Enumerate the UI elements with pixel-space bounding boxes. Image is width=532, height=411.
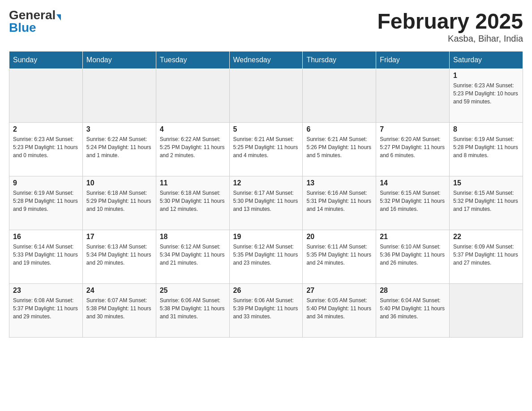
logo-text: General: [9, 9, 61, 21]
calendar-cell: 11Sunrise: 6:18 AM Sunset: 5:30 PM Dayli…: [156, 176, 229, 230]
day-info: Sunrise: 6:19 AM Sunset: 5:28 PM Dayligh…: [453, 135, 519, 159]
calendar-cell: 1Sunrise: 6:23 AM Sunset: 5:23 PM Daylig…: [450, 69, 523, 123]
page-header: General Blue February 2025 Kasba, Bihar,…: [9, 9, 523, 44]
day-number: 21: [380, 233, 446, 241]
calendar-cell: 24Sunrise: 6:07 AM Sunset: 5:38 PM Dayli…: [82, 284, 156, 338]
calendar-cell: 23Sunrise: 6:08 AM Sunset: 5:37 PM Dayli…: [9, 284, 83, 338]
day-info: Sunrise: 6:08 AM Sunset: 5:37 PM Dayligh…: [13, 296, 79, 321]
day-info: Sunrise: 6:07 AM Sunset: 5:38 PM Dayligh…: [86, 296, 152, 321]
day-info: Sunrise: 6:09 AM Sunset: 5:37 PM Dayligh…: [453, 243, 519, 267]
day-info: Sunrise: 6:04 AM Sunset: 5:40 PM Dayligh…: [380, 296, 446, 321]
calendar-cell: 16Sunrise: 6:14 AM Sunset: 5:33 PM Dayli…: [9, 230, 83, 284]
day-number: 20: [306, 233, 372, 241]
day-info: Sunrise: 6:06 AM Sunset: 5:38 PM Dayligh…: [160, 296, 226, 321]
day-info: Sunrise: 6:22 AM Sunset: 5:25 PM Dayligh…: [160, 135, 226, 159]
day-info: Sunrise: 6:16 AM Sunset: 5:31 PM Dayligh…: [306, 189, 372, 213]
calendar-cell: 15Sunrise: 6:15 AM Sunset: 5:32 PM Dayli…: [450, 176, 523, 230]
day-number: 4: [160, 125, 226, 133]
day-number: 3: [86, 125, 152, 133]
day-info: Sunrise: 6:06 AM Sunset: 5:39 PM Dayligh…: [233, 296, 299, 321]
logo-arrow-icon: [56, 14, 61, 21]
calendar-cell: [376, 69, 450, 123]
header-friday: Friday: [376, 51, 450, 69]
day-number: 14: [380, 179, 446, 187]
calendar-cell: 9Sunrise: 6:19 AM Sunset: 5:28 PM Daylig…: [9, 176, 83, 230]
calendar-cell: 3Sunrise: 6:22 AM Sunset: 5:24 PM Daylig…: [82, 123, 156, 176]
calendar-cell: 27Sunrise: 6:05 AM Sunset: 5:40 PM Dayli…: [303, 284, 376, 338]
logo-blue: Blue: [9, 21, 36, 34]
calendar-cell: [450, 284, 523, 338]
calendar-cell: 18Sunrise: 6:12 AM Sunset: 5:34 PM Dayli…: [156, 230, 229, 284]
day-number: 9: [13, 179, 79, 187]
day-number: 18: [160, 233, 226, 241]
calendar-cell: 25Sunrise: 6:06 AM Sunset: 5:38 PM Dayli…: [156, 284, 229, 338]
day-info: Sunrise: 6:10 AM Sunset: 5:36 PM Dayligh…: [380, 243, 446, 267]
calendar-cell: 6Sunrise: 6:21 AM Sunset: 5:26 PM Daylig…: [303, 123, 376, 176]
calendar-cell: 28Sunrise: 6:04 AM Sunset: 5:40 PM Dayli…: [376, 284, 450, 338]
week-row-3: 9Sunrise: 6:19 AM Sunset: 5:28 PM Daylig…: [9, 176, 523, 230]
day-number: 12: [233, 179, 299, 187]
calendar-cell: 14Sunrise: 6:15 AM Sunset: 5:32 PM Dayli…: [376, 176, 450, 230]
day-number: 26: [233, 287, 299, 295]
day-number: 17: [86, 233, 152, 241]
header-tuesday: Tuesday: [156, 51, 229, 69]
day-info: Sunrise: 6:20 AM Sunset: 5:27 PM Dayligh…: [380, 135, 446, 159]
calendar-cell: 13Sunrise: 6:16 AM Sunset: 5:31 PM Dayli…: [303, 176, 376, 230]
day-info: Sunrise: 6:14 AM Sunset: 5:33 PM Dayligh…: [13, 243, 79, 267]
day-info: Sunrise: 6:15 AM Sunset: 5:32 PM Dayligh…: [453, 189, 519, 213]
day-number: 11: [160, 179, 226, 187]
calendar-cell: 2Sunrise: 6:23 AM Sunset: 5:23 PM Daylig…: [9, 123, 83, 176]
calendar-cell: [229, 69, 303, 123]
day-info: Sunrise: 6:12 AM Sunset: 5:34 PM Dayligh…: [160, 243, 226, 267]
calendar-body: 1Sunrise: 6:23 AM Sunset: 5:23 PM Daylig…: [9, 69, 523, 338]
day-number: 1: [453, 72, 519, 80]
day-number: 6: [306, 125, 372, 133]
header-row: SundayMondayTuesdayWednesdayThursdayFrid…: [9, 51, 523, 69]
day-number: 16: [13, 233, 79, 241]
day-number: 15: [453, 179, 519, 187]
calendar-cell: 10Sunrise: 6:18 AM Sunset: 5:29 PM Dayli…: [82, 176, 156, 230]
calendar-cell: [303, 69, 376, 123]
day-info: Sunrise: 6:19 AM Sunset: 5:28 PM Dayligh…: [13, 189, 79, 213]
calendar-cell: 17Sunrise: 6:13 AM Sunset: 5:34 PM Dayli…: [82, 230, 156, 284]
day-number: 25: [160, 287, 226, 295]
day-number: 28: [380, 287, 446, 295]
calendar-cell: [82, 69, 156, 123]
day-number: 13: [306, 179, 372, 187]
calendar-cell: 19Sunrise: 6:12 AM Sunset: 5:35 PM Dayli…: [229, 230, 303, 284]
day-info: Sunrise: 6:21 AM Sunset: 5:25 PM Dayligh…: [233, 135, 299, 159]
day-number: 2: [13, 125, 79, 133]
day-number: 10: [86, 179, 152, 187]
calendar-cell: 5Sunrise: 6:21 AM Sunset: 5:25 PM Daylig…: [229, 123, 303, 176]
week-row-4: 16Sunrise: 6:14 AM Sunset: 5:33 PM Dayli…: [9, 230, 523, 284]
week-row-2: 2Sunrise: 6:23 AM Sunset: 5:23 PM Daylig…: [9, 123, 523, 176]
logo-general: General: [9, 8, 56, 22]
day-info: Sunrise: 6:15 AM Sunset: 5:32 PM Dayligh…: [380, 189, 446, 213]
month-title: February 2025: [377, 9, 523, 34]
calendar-cell: 22Sunrise: 6:09 AM Sunset: 5:37 PM Dayli…: [450, 230, 523, 284]
week-row-5: 23Sunrise: 6:08 AM Sunset: 5:37 PM Dayli…: [9, 284, 523, 338]
title-section: February 2025 Kasba, Bihar, India: [377, 9, 523, 44]
day-number: 24: [86, 287, 152, 295]
calendar-cell: 7Sunrise: 6:20 AM Sunset: 5:27 PM Daylig…: [376, 123, 450, 176]
day-info: Sunrise: 6:12 AM Sunset: 5:35 PM Dayligh…: [233, 243, 299, 267]
day-info: Sunrise: 6:23 AM Sunset: 5:23 PM Dayligh…: [453, 81, 519, 106]
header-sunday: Sunday: [9, 51, 83, 69]
day-number: 5: [233, 125, 299, 133]
day-number: 22: [453, 233, 519, 241]
calendar-cell: [9, 69, 83, 123]
day-info: Sunrise: 6:17 AM Sunset: 5:30 PM Dayligh…: [233, 189, 299, 213]
calendar-header: SundayMondayTuesdayWednesdayThursdayFrid…: [9, 51, 523, 69]
day-info: Sunrise: 6:18 AM Sunset: 5:30 PM Dayligh…: [160, 189, 226, 213]
day-info: Sunrise: 6:18 AM Sunset: 5:29 PM Dayligh…: [86, 189, 152, 213]
header-saturday: Saturday: [450, 51, 523, 69]
day-number: 19: [233, 233, 299, 241]
calendar-cell: 21Sunrise: 6:10 AM Sunset: 5:36 PM Dayli…: [376, 230, 450, 284]
calendar-table: SundayMondayTuesdayWednesdayThursdayFrid…: [9, 51, 523, 338]
day-info: Sunrise: 6:23 AM Sunset: 5:23 PM Dayligh…: [13, 135, 79, 159]
day-info: Sunrise: 6:11 AM Sunset: 5:35 PM Dayligh…: [306, 243, 372, 267]
day-number: 8: [453, 125, 519, 133]
day-info: Sunrise: 6:22 AM Sunset: 5:24 PM Dayligh…: [86, 135, 152, 159]
calendar-cell: 12Sunrise: 6:17 AM Sunset: 5:30 PM Dayli…: [229, 176, 303, 230]
calendar-cell: [156, 69, 229, 123]
